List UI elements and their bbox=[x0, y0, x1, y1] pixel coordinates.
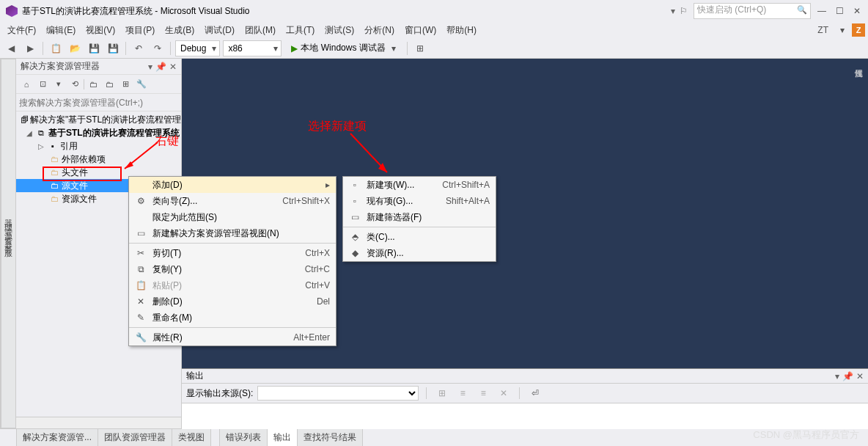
cm-rename[interactable]: ✎重命名(M) bbox=[129, 310, 336, 326]
cm-scope[interactable]: 限定为此范围(S) bbox=[129, 209, 336, 225]
output-source-label: 显示输出来源(S): bbox=[186, 387, 253, 400]
feedback-icon[interactable]: ⚐ bbox=[680, 6, 688, 16]
folder-icon: 🗀 bbox=[48, 180, 60, 191]
folder-icon: 🗀 bbox=[48, 154, 60, 164]
redo-button[interactable]: ↷ bbox=[150, 40, 166, 56]
sync-button[interactable]: ⟲ bbox=[67, 77, 82, 92]
tab-solution-explorer[interactable]: 解决方案资源管... bbox=[16, 428, 98, 446]
new-item-icon: ▫ bbox=[349, 180, 361, 190]
menu-window[interactable]: 窗口(W) bbox=[400, 23, 441, 38]
output-body[interactable] bbox=[182, 403, 868, 429]
toolbar: ◀ ▶ 📋 📂 💾 💾 ↶ ↷ Debug x86 ▶ 本地 Windows 调… bbox=[0, 38, 868, 59]
left-dock-tabs: 服务器资源管理器 工具箱 bbox=[0, 59, 16, 428]
save-all-button[interactable]: 💾 bbox=[105, 40, 121, 56]
maximize-button[interactable]: ☐ bbox=[834, 6, 845, 16]
menu-edit[interactable]: 编辑(E) bbox=[42, 23, 80, 38]
properties-button[interactable]: 🔧 bbox=[134, 77, 149, 92]
save-button[interactable]: 💾 bbox=[86, 40, 102, 56]
pin-icon[interactable]: 📌 bbox=[842, 371, 853, 381]
solution-search-input[interactable] bbox=[19, 95, 178, 109]
quick-launch[interactable]: 快速启动 (Ctrl+Q) bbox=[694, 3, 811, 19]
cm-add[interactable]: 添加(D)▸ bbox=[129, 177, 336, 193]
tab-find-results[interactable]: 查找符号结果 bbox=[297, 428, 363, 446]
output-panel: 输出 ▾ 📌 ✕ 显示输出来源(S): ⊞ ≡ ≡ ✕ ⏎ bbox=[182, 368, 868, 428]
cm-new-view[interactable]: ▭新建解决方案资源管理器视图(N) bbox=[129, 225, 336, 241]
bottom-tabs: 解决方案资源管... 团队资源管理器 类视图 错误列表 输出 查找符号结果 bbox=[0, 428, 868, 446]
delete-icon: ✕ bbox=[135, 296, 147, 307]
references-node[interactable]: ▷ ▪ 引用 bbox=[16, 139, 181, 153]
user-badge[interactable]: Z bbox=[852, 23, 865, 37]
close-icon[interactable]: ✕ bbox=[856, 371, 864, 381]
menu-analyze[interactable]: 分析(N) bbox=[360, 23, 399, 38]
menu-project[interactable]: 项目(P) bbox=[121, 23, 159, 38]
close-button[interactable]: ✕ bbox=[852, 6, 862, 16]
output-btn[interactable]: ≡ bbox=[475, 385, 491, 401]
output-source-select[interactable] bbox=[257, 386, 419, 401]
menu-view[interactable]: 视图(V) bbox=[81, 23, 119, 38]
cut-icon: ✂ bbox=[135, 248, 147, 258]
menu-debug[interactable]: 调试(D) bbox=[200, 23, 239, 38]
open-button[interactable]: 📂 bbox=[67, 40, 83, 56]
tab-server-explorer[interactable]: 服务器资源管理器 bbox=[1, 59, 16, 428]
output-wrap-button[interactable]: ⏎ bbox=[527, 385, 543, 401]
context-menu: 添加(D)▸ ⚙类向导(Z)...Ctrl+Shift+X 限定为此范围(S) … bbox=[128, 176, 336, 346]
tab-class-view[interactable]: 类视图 bbox=[172, 428, 211, 446]
sm-new-filter[interactable]: ▭新建筛选器(F) bbox=[343, 209, 496, 225]
dropdown-icon[interactable]: ▾ bbox=[148, 62, 152, 72]
horizontal-scrollbar[interactable] bbox=[16, 417, 181, 428]
rename-icon: ✎ bbox=[135, 312, 147, 323]
sm-class[interactable]: ⬘类(C)... bbox=[343, 229, 496, 245]
solution-node[interactable]: 🗐 解决方案"基于STL的演讲比赛流程管理系统" bbox=[16, 113, 181, 126]
cm-paste: 📋粘贴(P)Ctrl+V bbox=[129, 277, 336, 293]
expand-icon[interactable]: ▷ bbox=[37, 142, 45, 150]
sm-resource[interactable]: ◆资源(R)... bbox=[343, 245, 496, 261]
collapse-button[interactable]: ⊡ bbox=[35, 77, 50, 92]
menu-build[interactable]: 生成(B) bbox=[161, 23, 199, 38]
play-icon: ▶ bbox=[291, 43, 298, 54]
output-title: 输出 bbox=[186, 370, 204, 382]
cm-cut[interactable]: ✂剪切(T)Ctrl+X bbox=[129, 245, 336, 261]
toolbar-extra-button[interactable]: ⊞ bbox=[412, 40, 428, 56]
cm-class-wizard[interactable]: ⚙类向导(Z)...Ctrl+Shift+X bbox=[129, 193, 336, 209]
menu-help[interactable]: 帮助(H) bbox=[442, 23, 481, 38]
cm-delete[interactable]: ✕删除(D)Del bbox=[129, 293, 336, 310]
sm-new-item[interactable]: ▫新建项(W)...Ctrl+Shift+A bbox=[343, 177, 496, 193]
cm-copy[interactable]: ⧉复制(Y)Ctrl+C bbox=[129, 261, 336, 277]
menu-file[interactable]: 文件(F) bbox=[3, 23, 40, 38]
dropdown-icon[interactable]: ▾ bbox=[835, 371, 839, 381]
tab-toolbox[interactable]: 工具箱 bbox=[0, 59, 1, 428]
sm-existing-item[interactable]: ▫现有项(G)...Shift+Alt+A bbox=[343, 193, 496, 209]
undo-button[interactable]: ↶ bbox=[130, 40, 147, 56]
minimize-button[interactable]: — bbox=[817, 6, 827, 16]
run-button[interactable]: ▶ 本地 Windows 调试器 ▾ bbox=[284, 40, 402, 56]
solution-explorer-title: 解决方案资源管理器 bbox=[21, 60, 100, 73]
gear-icon: ⚙ bbox=[135, 196, 147, 206]
output-btn[interactable]: ≡ bbox=[455, 385, 471, 401]
menu-test[interactable]: 测试(S) bbox=[320, 23, 358, 38]
user-label[interactable]: ZT bbox=[813, 23, 833, 37]
close-icon[interactable]: ✕ bbox=[169, 62, 177, 72]
tab-output[interactable]: 输出 bbox=[267, 428, 298, 446]
collapse-icon[interactable]: ◢ bbox=[25, 129, 34, 137]
external-deps-node[interactable]: 🗀 外部依赖项 bbox=[16, 153, 181, 166]
menu-tools[interactable]: 工具(T) bbox=[282, 23, 319, 38]
window-title: 基于STL的演讲比赛流程管理系统 - Microsoft Visual Stud… bbox=[22, 5, 250, 18]
notification-icon[interactable]: ▾ bbox=[671, 6, 675, 16]
tab-error-list[interactable]: 错误列表 bbox=[219, 428, 268, 446]
folder-icon: 🗀 bbox=[48, 194, 60, 204]
platform-dropdown[interactable]: x86 bbox=[223, 40, 282, 56]
nav-fwd-button[interactable]: ▶ bbox=[22, 40, 38, 56]
menu-team[interactable]: 团队(M) bbox=[240, 23, 280, 38]
tab-properties[interactable]: 属性 bbox=[852, 59, 866, 67]
nav-back-button[interactable]: ◀ bbox=[3, 40, 19, 56]
folder-icon: 🗀 bbox=[48, 167, 60, 178]
output-clear-button[interactable]: ✕ bbox=[496, 385, 512, 401]
config-dropdown[interactable]: Debug bbox=[175, 40, 220, 56]
output-btn[interactable]: ⊞ bbox=[434, 385, 450, 401]
cm-properties[interactable]: 🔧属性(R)Alt+Enter bbox=[129, 329, 336, 346]
new-project-button[interactable]: 📋 bbox=[48, 40, 64, 56]
home-button[interactable]: ⌂ bbox=[19, 77, 34, 92]
pin-icon[interactable]: 📌 bbox=[155, 62, 166, 72]
tab-team-explorer[interactable]: 团队资源管理器 bbox=[98, 428, 172, 446]
project-node[interactable]: ◢ ⧉ 基于STL的演讲比赛流程管理系统 bbox=[16, 126, 181, 139]
